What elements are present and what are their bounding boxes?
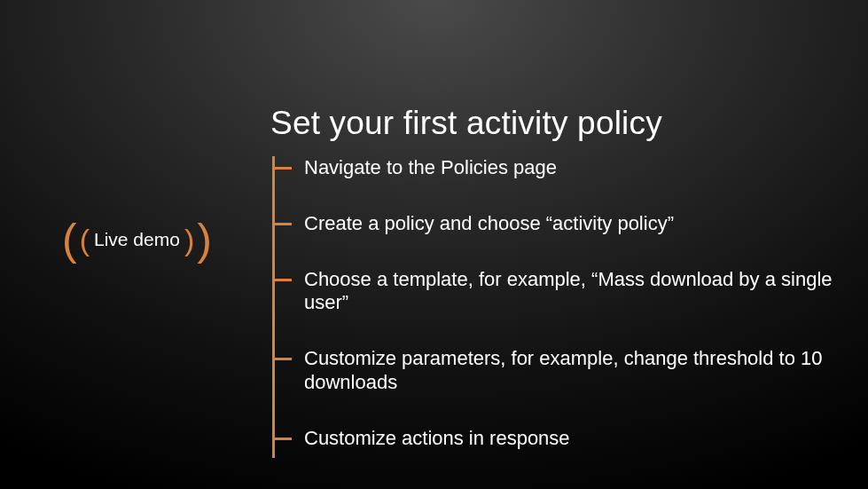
step-text: Navigate to the Policies page	[304, 156, 557, 178]
list-item: Navigate to the Policies page	[272, 156, 840, 180]
list-item: Customize parameters, for example, chang…	[272, 347, 840, 395]
tick-icon	[272, 438, 292, 440]
list-item: Create a policy and choose “activity pol…	[272, 212, 840, 236]
slide-title: Set your first activity policy	[270, 105, 662, 142]
tick-icon	[272, 167, 292, 170]
list-item: Choose a template, for example, “Mass do…	[272, 268, 840, 316]
slide: Set your first activity policy ( ( Live …	[0, 0, 868, 489]
step-text: Create a policy and choose “activity pol…	[304, 212, 674, 234]
live-demo-text: Live demo	[92, 229, 182, 250]
tick-icon	[272, 358, 292, 360]
steps-list: Navigate to the Policies page Create a p…	[272, 156, 840, 458]
step-text: Customize actions in response	[304, 427, 570, 449]
tick-icon	[272, 223, 292, 225]
paren-right-outer-icon: )	[197, 217, 212, 262]
tick-icon	[272, 279, 292, 281]
paren-right-inner-icon: )	[184, 225, 194, 255]
step-text: Customize parameters, for example, chang…	[304, 347, 823, 393]
list-item: Customize actions in response	[272, 427, 840, 451]
step-text: Choose a template, for example, “Mass do…	[304, 268, 833, 314]
paren-left-inner-icon: (	[80, 225, 90, 255]
paren-left-outer-icon: (	[62, 217, 77, 262]
live-demo-badge: ( ( Live demo ) )	[62, 217, 212, 262]
